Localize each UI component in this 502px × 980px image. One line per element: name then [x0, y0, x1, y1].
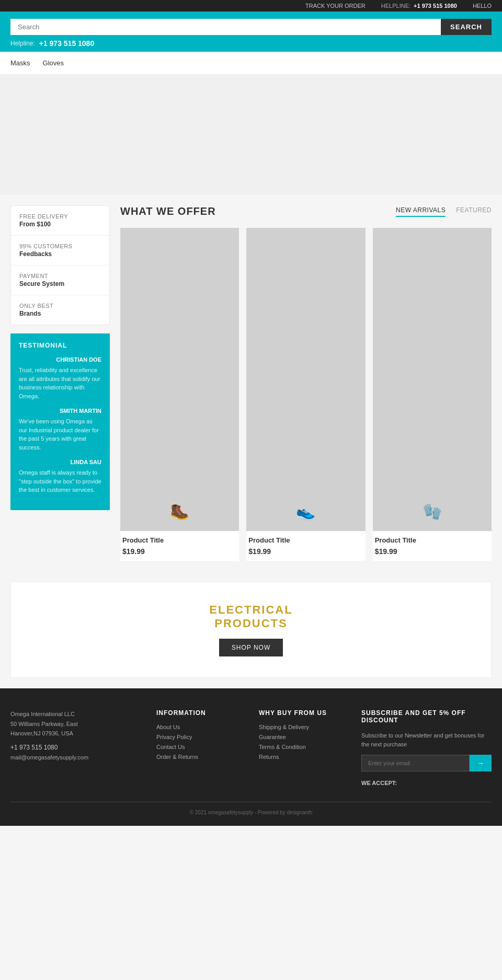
electrical-title: ELECTRICALPRODUCTS [21, 603, 481, 630]
feature-customers-title: 99% CUSTOMERS [19, 243, 101, 249]
product-info-2: Product Title $19.99 [246, 531, 365, 561]
feature-delivery-subtitle: From $100 [19, 221, 101, 228]
section-header: WHAT WE OFFER NEW ARRIVALS FEATURED [120, 205, 492, 217]
shop-now-button[interactable]: SHOP NOW [219, 639, 283, 656]
product-title-3: Product Title [375, 536, 489, 544]
feature-delivery-title: FREE DELIVERY [19, 213, 101, 220]
nav-item-gloves[interactable]: Gloves [43, 52, 64, 74]
product-price-1: $19.99 [122, 547, 237, 556]
products-grid: 🥾 Product Title $19.99 👟 Product Title $… [120, 228, 492, 561]
product-price-3: $19.99 [375, 547, 489, 556]
products-area: WHAT WE OFFER NEW ARRIVALS FEATURED 🥾 Pr… [120, 205, 492, 561]
top-bar: TRACK YOUR ORDER HELPLINE: +1 973 515 10… [0, 0, 502, 11]
electrical-section: ELECTRICALPRODUCTS SHOP NOW [10, 582, 492, 678]
product-card-2[interactable]: 👟 Product Title $19.99 [246, 228, 365, 561]
product-card-1[interactable]: 🥾 Product Title $19.99 [120, 228, 239, 561]
footer-phone: +1 973 515 1080 [10, 744, 141, 751]
testimonial-box: TESTIMONIAL CHRISTIAN DOE Trust, reliabi… [10, 333, 110, 510]
footer-information-col: INFORMATION About Us Privacy Policy Cont… [156, 709, 243, 786]
helpline-info: HELPLINE: +1 973 515 1080 [381, 3, 457, 9]
product-icon-3: 🧤 [423, 502, 442, 521]
feature-payment: PAYMENT Secure System [11, 266, 109, 295]
sidebar: FREE DELIVERY From $100 99% CUSTOMERS Fe… [10, 205, 110, 561]
testimonial-text-3: Omega staff is always ready to "step out… [19, 468, 101, 494]
helpline-number-top: +1 973 515 1080 [414, 3, 457, 9]
footer-why-buy-title: WHY BUY FROM US [259, 709, 346, 717]
product-image-1: 🥾 [120, 228, 239, 531]
footer-link-returns[interactable]: Returns [259, 754, 346, 760]
track-order-label: TRACK YOUR ORDER [305, 3, 366, 9]
feature-customers-subtitle: Feedbacks [19, 250, 101, 258]
we-accept-label: WE ACCEPT: [361, 780, 492, 786]
product-icon-1: 🥾 [170, 502, 189, 521]
feature-brands-title: ONLY BEST [19, 303, 101, 309]
feature-delivery: FREE DELIVERY From $100 [11, 206, 109, 236]
product-card-3[interactable]: 🧤 Product Title $19.99 [373, 228, 492, 561]
testimonial-text-2: We've been using Omega as our Industrial… [19, 417, 101, 452]
footer: Omega International LLC 50 Williams Park… [0, 688, 502, 826]
subscribe-email-input[interactable] [361, 755, 470, 771]
search-row: SEARCH [10, 19, 492, 35]
footer-link-privacy[interactable]: Privacy Policy [156, 734, 243, 740]
footer-subscribe-title: SUBSCRIBE AND GET 5% OFF DISCOUNT [361, 709, 492, 724]
hello-label: HELLO [473, 3, 492, 9]
helpline-label-top: HELPLINE: [381, 3, 410, 9]
product-info-3: Product Title $19.99 [373, 531, 492, 561]
features-box: FREE DELIVERY From $100 99% CUSTOMERS Fe… [10, 205, 110, 325]
hero-banner [0, 75, 502, 195]
helpline-number: +1 973 515 1080 [39, 39, 95, 48]
feature-customers: 99% CUSTOMERS Feedbacks [11, 236, 109, 266]
helpline-row: Helpline: +1 973 515 1080 [10, 39, 492, 48]
footer-email: mail@omegasafetysupply.com [10, 754, 141, 760]
feature-brands-subtitle: Brands [19, 310, 101, 317]
product-icon-2: 👟 [296, 502, 315, 521]
subscribe-row: → [361, 755, 492, 771]
feature-payment-subtitle: Secure System [19, 280, 101, 287]
footer-top: Omega International LLC 50 Williams Park… [10, 709, 492, 786]
product-price-2: $19.99 [248, 547, 363, 556]
testimonial-author-3: LINDA SAU [19, 459, 101, 465]
footer-address: Omega International LLC 50 Williams Park… [10, 709, 141, 739]
section-title: WHAT WE OFFER [120, 205, 216, 217]
nav-item-masks[interactable]: Masks [10, 52, 30, 74]
footer-subscribe-desc: Subscribe to our Newsletter and get bonu… [361, 731, 492, 748]
testimonial-text-1: Trust, reliability and excellence are al… [19, 366, 101, 400]
product-image-2: 👟 [246, 228, 365, 531]
product-image-3: 🧤 [373, 228, 492, 531]
feature-payment-title: PAYMENT [19, 273, 101, 279]
navigation: Masks Gloves [0, 52, 502, 75]
footer-link-order[interactable]: Order & Returns [156, 754, 243, 760]
header: SEARCH Helpline: +1 973 515 1080 [0, 11, 502, 52]
search-input[interactable] [10, 19, 441, 35]
footer-bottom: © 2021 omegasafetysupply - Powered by de… [10, 802, 492, 815]
footer-company-col: Omega International LLC 50 Williams Park… [10, 709, 141, 786]
hello-item[interactable]: HELLO [473, 3, 492, 9]
footer-link-shipping[interactable]: Shipping & Delivery [259, 724, 346, 730]
search-button[interactable]: SEARCH [441, 19, 492, 35]
product-title-1: Product Title [122, 536, 237, 544]
subscribe-button[interactable]: → [470, 755, 492, 771]
testimonial-author-2: SMITH MARTIN [19, 408, 101, 414]
tab-group: NEW ARRIVALS FEATURED [396, 206, 492, 217]
footer-information-title: INFORMATION [156, 709, 243, 717]
footer-subscribe-col: SUBSCRIBE AND GET 5% OFF DISCOUNT Subscr… [361, 709, 492, 786]
footer-why-buy-col: WHY BUY FROM US Shipping & Delivery Guar… [259, 709, 346, 786]
main-content: FREE DELIVERY From $100 99% CUSTOMERS Fe… [0, 195, 502, 571]
tab-featured[interactable]: FEATURED [456, 206, 492, 217]
company-name: Omega International LLC [10, 711, 75, 717]
copyright-text: © 2021 omegasafetysupply - Powered by de… [190, 810, 313, 815]
testimonial-title: TESTIMONIAL [19, 342, 101, 349]
testimonial-author-1: CHRISTIAN DOE [19, 356, 101, 363]
footer-link-guarantee[interactable]: Guarantee [259, 734, 346, 740]
helpline-label: Helpline: [10, 40, 35, 47]
product-title-2: Product Title [248, 536, 363, 544]
footer-link-terms[interactable]: Terms & Condition [259, 744, 346, 750]
feature-brands: ONLY BEST Brands [11, 295, 109, 325]
footer-link-contact[interactable]: Contact Us [156, 744, 243, 750]
tab-new-arrivals[interactable]: NEW ARRIVALS [396, 206, 446, 217]
track-order[interactable]: TRACK YOUR ORDER [305, 3, 366, 9]
product-info-1: Product Title $19.99 [120, 531, 239, 561]
footer-link-about[interactable]: About Us [156, 724, 243, 730]
